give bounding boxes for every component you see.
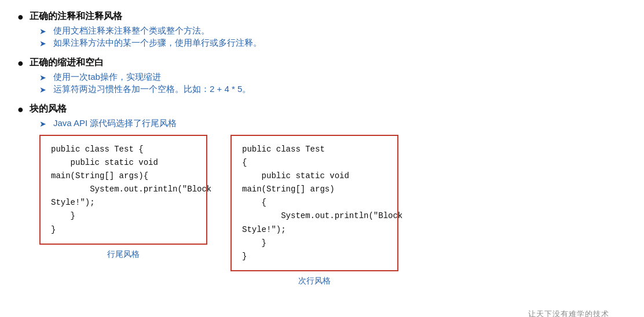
code-line-eol-1: public class Test { <box>51 143 196 156</box>
code-line-next-7: } <box>242 250 387 263</box>
code-line-next-4: { <box>242 196 387 209</box>
arrow-icon-1: ➤ <box>39 27 49 36</box>
code-box-eol: public class Test { public static void m… <box>39 135 207 245</box>
code-line-next-2: { <box>242 156 387 169</box>
title-text-3: 块的风格 <box>30 103 67 115</box>
code-line-next-3: public static void main(String[] args) <box>242 169 387 196</box>
code-block-eol: public class Test { public static void m… <box>39 135 207 260</box>
sub-item-indent-1: ➤ 使用一次tab操作，实现缩进 <box>39 72 627 83</box>
sub-items-comments: ➤ 使用文档注释来注释整个类或整个方法。 ➤ 如果注释方法中的某一个步骤，使用单… <box>39 25 627 49</box>
sub-items-block: ➤ Java API 源代码选择了行尾风格 <box>39 118 627 129</box>
arrow-icon-5: ➤ <box>39 119 49 128</box>
sub-item-block-1: ➤ Java API 源代码选择了行尾风格 <box>39 118 627 129</box>
section-comments: ● 正确的注释和注释风格 ➤ 使用文档注释来注释整个类或整个方法。 ➤ 如果注释… <box>17 10 627 49</box>
sub-item-comments-1: ➤ 使用文档注释来注释整个类或整个方法。 <box>39 25 627 36</box>
code-line-next-6: } <box>242 237 387 250</box>
title-text-2: 正确的缩进和空白 <box>30 57 104 69</box>
section-block: ● 块的风格 ➤ Java API 源代码选择了行尾风格 public clas… <box>17 103 627 286</box>
code-section: public class Test { public static void m… <box>39 135 627 286</box>
sub-item-comments-2: ➤ 如果注释方法中的某一个步骤，使用单行或多行注释。 <box>39 38 627 49</box>
bullet-dot-2: ● <box>17 57 24 69</box>
arrow-icon-4: ➤ <box>39 85 49 94</box>
code-block-next: public class Test { public static void m… <box>230 135 398 286</box>
code-line-eol-3: System.out.println("Block Style!"); <box>51 183 196 209</box>
code-line-eol-4: } <box>51 209 196 223</box>
section-title-block: ● 块的风格 <box>17 103 627 116</box>
main-content: ● 正确的注释和注释风格 ➤ 使用文档注释来注释整个类或整个方法。 ➤ 如果注释… <box>17 10 627 286</box>
code-line-next-5: System.out.println("Block Style!"); <box>242 209 387 236</box>
code-label-eol: 行尾风格 <box>107 249 140 260</box>
arrow-icon-3: ➤ <box>39 73 49 82</box>
section-indent: ● 正确的缩进和空白 ➤ 使用一次tab操作，实现缩进 ➤ 运算符两边习惯性各加… <box>17 57 627 95</box>
code-box-next: public class Test { public static void m… <box>230 135 398 271</box>
watermark: 让天下没有难学的技术 <box>528 309 609 317</box>
sub-item-indent-2: ➤ 运算符两边习惯性各加一个空格。比如：2 + 4 * 5。 <box>39 84 627 95</box>
code-line-next-1: public class Test <box>242 143 387 156</box>
arrow-icon-2: ➤ <box>39 39 49 48</box>
bullet-dot-1: ● <box>17 11 24 23</box>
section-title-comments: ● 正确的注释和注释风格 <box>17 10 627 23</box>
code-line-eol-2: public static void main(String[] args){ <box>51 156 196 183</box>
code-label-next: 次行风格 <box>298 276 331 286</box>
code-line-eol-5: } <box>51 223 196 237</box>
sub-items-indent: ➤ 使用一次tab操作，实现缩进 ➤ 运算符两边习惯性各加一个空格。比如：2 +… <box>39 72 627 95</box>
section-title-indent: ● 正确的缩进和空白 <box>17 57 627 69</box>
bullet-dot-3: ● <box>17 104 24 116</box>
title-text-1: 正确的注释和注释风格 <box>30 10 122 23</box>
